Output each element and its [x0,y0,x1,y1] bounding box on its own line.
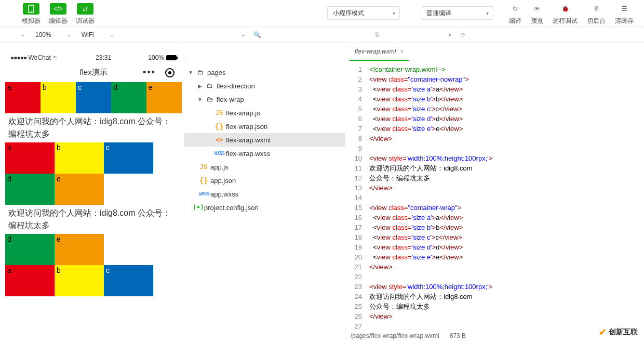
tree-folder-flex-wrap[interactable]: ▼🗁flex-wrap [184,93,345,106]
phone-statusbar: ●●●●● WeChat ᯤ 23:31 100% [5,52,182,63]
add-file-icon[interactable]: ＋ [240,31,246,40]
code-body[interactable]: <!container-wrap.wxml--><view class="con… [366,61,644,330]
device-select[interactable]: ⌄ [0,27,30,42]
tree-file-wxss[interactable]: WXSSflex-wrap.wxss [184,147,345,160]
compile-button[interactable]: ↻ 编译 [509,3,521,25]
svg-point-1 [31,11,32,12]
editor-tabs: flex-wrap.wxml × [345,43,644,61]
tree-folder-pages[interactable]: ▼🗀pages [184,65,345,79]
wifi-icon: ᯤ [52,54,59,61]
swoosh-icon: ✔ [599,326,607,338]
box-c: c [104,265,153,296]
battery-icon [166,55,177,60]
network-select[interactable]: WiFi⌄ [76,27,119,42]
folder-open-icon: 🗁 [205,96,214,103]
mode-select[interactable]: 小程序模式 ▾ [327,6,400,20]
simulator-toggle[interactable]: 模拟器 [21,3,42,25]
row-wrap-reverse: a b c d e [5,234,182,296]
file-size: 873 B [450,332,466,339]
debug-icon: ⇄ [77,3,93,15]
wxml-file-icon: <> [214,136,224,143]
tree-file-project-config[interactable]: (•)project.config.json [184,201,345,214]
mode-value: 小程序模式 [333,9,364,18]
preview-button[interactable]: 👁 预览 [531,3,543,25]
tree-folder-flex-direction[interactable]: ▶🗀flex-direction [184,79,345,93]
exit-icon: ⎘ [591,3,602,15]
box-a: a [5,82,41,113]
close-icon[interactable]: × [400,48,404,55]
tree-file-app-wxss[interactable]: WXSSapp.wxss [184,187,345,201]
search-icon[interactable]: 🔍 [253,31,261,40]
code-editor[interactable]: 1234567891011121314151617181920212223242… [345,61,644,330]
tree-file-js[interactable]: JSflex-wrap.js [184,106,345,120]
chevron-down-icon: ▾ [486,10,489,16]
box-a: a [5,265,55,296]
top-toolbar: 模拟器 </> 编辑器 ⇄ 调试器 小程序模式 ▾ 普通编译 ▾ ↻ 编译 👁 … [0,0,644,27]
site-text-1: 欢迎访问我的个人网站：idig8.com 公众号：编程坑太多 [5,113,182,142]
box-c: c [76,82,111,113]
box-b: b [41,82,76,113]
mute-icon[interactable]: 🕨 [447,31,453,38]
phone-icon [23,3,39,15]
compile-select[interactable]: 普通编译 ▾ [421,6,493,20]
debugger-label: 调试器 [76,17,95,25]
row-nowrap: a b c d e [5,82,182,113]
box-e: e [55,174,104,205]
box-b: b [55,265,104,296]
line-gutter: 1234567891011121314151617181920212223242… [345,61,366,330]
chevron-down-icon: ▾ [393,10,395,16]
code-editor-panel: flex-wrap.wxml × 12345678910111213141516… [345,43,644,341]
box-e: e [55,234,104,265]
bug-icon: 🐞 [559,3,571,15]
chevron-down-icon: ⌄ [21,32,25,37]
tree-file-app-js[interactable]: JSapp.js [184,160,345,174]
phone-frame: ●●●●● WeChat ᯤ 23:31 100% flex演示 ••• a b… [5,52,182,321]
phone-navbar: flex演示 ••• [5,63,182,82]
background-button[interactable]: ⎘ 切后台 [587,3,606,25]
zoom-select[interactable]: 100%⌄ [30,27,76,42]
editor-label: 编辑器 [49,17,68,25]
chevron-down-icon: ⌄ [67,32,71,37]
box-d: d [111,82,146,113]
capsule-close-icon[interactable] [165,68,175,77]
box-d: d [5,234,55,265]
layers-icon: ☰ [619,3,630,15]
clear-cache-button[interactable]: ☰ 清缓存 [615,3,634,25]
chevron-down-icon: ⌄ [110,32,114,37]
js-file-icon: JS [199,163,208,170]
sub-toolbar: ⌄ 100%⌄ WiFi⌄ 🕨 ⟳ ＋ 🔍 ⇅ [0,27,644,43]
remote-debug-button[interactable]: 🐞 远程调试 [553,3,578,25]
phone-content: a b c d e 欢迎访问我的个人网站：idig8.com 公众号：编程坑太多… [5,82,182,321]
editor-toggle[interactable]: </> 编辑器 [48,3,69,25]
box-c: c [104,142,153,174]
folder-icon: 🗀 [196,69,205,76]
eye-icon: 👁 [531,3,543,15]
brand-watermark: ✔ 创新互联 [599,326,638,338]
box-d: d [5,174,55,205]
menu-icon[interactable]: ••• [143,67,156,78]
wxss-file-icon: WXSS [199,191,208,196]
editor-tab-active[interactable]: flex-wrap.wxml × [350,43,409,61]
site-text-2: 欢迎访问我的个人网站：idig8.com 公众号：编程坑太多 [5,205,182,234]
simulator-label: 模拟器 [22,17,41,25]
box-a: a [5,142,55,174]
folder-icon: 🗀 [205,82,214,89]
file-toolbar [184,43,345,61]
js-file-icon: JS [214,109,224,116]
rotate-icon[interactable]: ⟳ [460,31,465,38]
simulator-panel: ●●●●● WeChat ᯤ 23:31 100% flex演示 ••• a b… [0,43,184,341]
wxss-file-icon: WXSS [214,151,224,156]
tree-file-json[interactable]: {}flex-wrap.json [184,120,345,133]
tree-file-wxml[interactable]: <>flex-wrap.wxml [184,133,345,147]
config-file-icon: (•) [193,204,202,211]
debugger-toggle[interactable]: ⇄ 调试器 [75,3,96,25]
sort-icon[interactable]: ⇅ [374,31,380,38]
refresh-icon: ↻ [509,3,521,15]
box-e: e [146,82,182,113]
compile-value: 普通编译 [426,9,451,18]
json-file-icon: {} [199,176,208,185]
row-wrap: a b c d e [5,142,182,205]
tree-file-app-json[interactable]: {}app.json [184,174,345,187]
json-file-icon: {} [214,122,224,130]
file-explorer: ▼🗀pages ▶🗀flex-direction ▼🗁flex-wrap JSf… [184,43,345,341]
